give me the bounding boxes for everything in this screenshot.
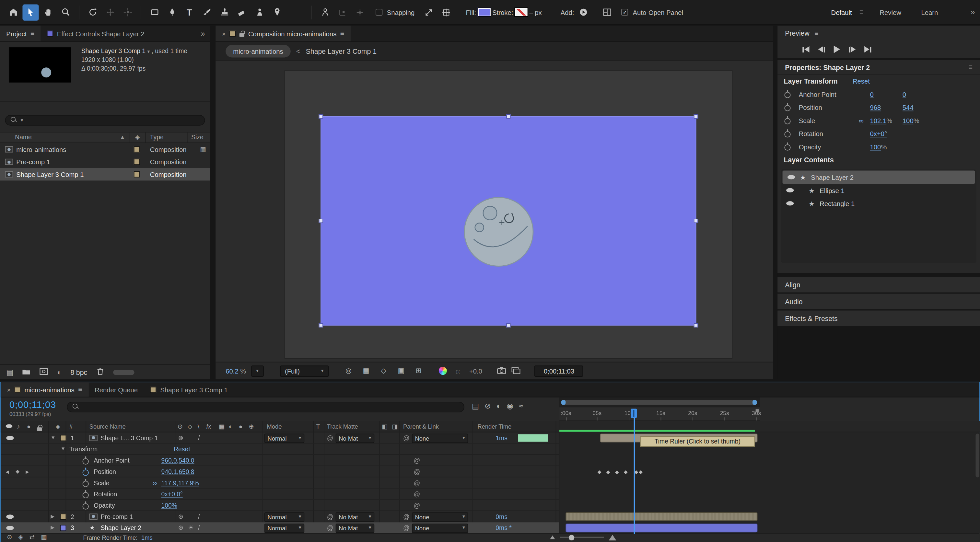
- col-size[interactable]: Size: [191, 134, 204, 141]
- col-render-time[interactable]: Render Time: [477, 423, 511, 430]
- tracks-scrollbar[interactable]: [975, 434, 979, 477]
- resize-handle[interactable]: [694, 114, 698, 119]
- trash-icon[interactable]: [96, 367, 104, 377]
- current-timecode[interactable]: 0;00;11;03: [10, 399, 56, 410]
- col-number[interactable]: #: [69, 423, 73, 430]
- solo-column-icon[interactable]: ●: [27, 424, 31, 430]
- playhead-handle[interactable]: [631, 408, 637, 418]
- matte-option-b-icon[interactable]: ◨: [392, 424, 398, 430]
- sort-icon[interactable]: ▲: [120, 135, 125, 140]
- track-matte-dropdown[interactable]: No Mat ▾: [336, 433, 375, 443]
- tab-overflow-icon[interactable]: »: [201, 30, 205, 37]
- blend-mode-dropdown[interactable]: Normal ▾: [264, 512, 304, 521]
- layer-row-3[interactable]: ▶ 3 ★ Shape Layer 2 ⊛ ☀ / Normal ▾ @ No …: [1, 522, 559, 534]
- twirl-icon[interactable]: ▼: [51, 435, 56, 440]
- keyframe-icon[interactable]: ◆: [598, 469, 601, 475]
- work-area-end-marker[interactable]: [756, 409, 759, 412]
- layer-color-swatch[interactable]: [60, 525, 66, 531]
- col-name[interactable]: Name: [15, 134, 32, 141]
- add-keyframe-icon[interactable]: ◆: [16, 469, 19, 474]
- shy-switch-icon[interactable]: ⊙: [178, 424, 183, 430]
- effects-presets-panel-header[interactable]: Effects & Presets: [778, 310, 980, 326]
- scale-y-value[interactable]: 100: [902, 117, 913, 124]
- timeline-search-input[interactable]: [67, 402, 465, 412]
- position-row[interactable]: ◀ ◆ ▶ Position 940.1,650.8 @: [1, 466, 559, 477]
- frame-blend-switch-icon[interactable]: ▦: [219, 424, 224, 430]
- scale-x-value[interactable]: 102.1: [870, 117, 887, 124]
- rotation-value[interactable]: 0x+0.0°: [161, 491, 183, 497]
- matte-pickwhip-icon[interactable]: @: [327, 513, 334, 520]
- twirl-icon[interactable]: ▼: [60, 447, 65, 451]
- parent-pickwhip-icon[interactable]: @: [403, 524, 410, 531]
- breadcrumb-parent[interactable]: micro-animations: [226, 45, 290, 57]
- stopwatch-icon[interactable]: [784, 116, 791, 124]
- item-dropdown-icon[interactable]: ▾: [147, 49, 150, 54]
- preview-timecode[interactable]: 0;00;11;03: [535, 365, 583, 377]
- composition-viewport[interactable]: [215, 60, 773, 362]
- shy-layers-icon[interactable]: ⊘: [485, 402, 491, 410]
- region-of-interest-icon[interactable]: ▣: [395, 365, 407, 377]
- visibility-eye-icon[interactable]: [788, 175, 795, 180]
- rotation-value[interactable]: 0x+0°: [870, 130, 887, 137]
- workspace-person-icon[interactable]: [317, 4, 333, 21]
- stroke-width[interactable]: – px: [529, 8, 541, 16]
- project-row-shape-layer-3-comp-1[interactable]: Shape Layer 3 Comp 1 Composition: [0, 168, 210, 181]
- workspace-review[interactable]: Review: [876, 8, 905, 16]
- stroke-label[interactable]: Stroke:: [492, 8, 513, 16]
- collapse-switch-icon[interactable]: ◇: [188, 424, 192, 430]
- scale-row[interactable]: Scale ∞ 117.9,117.9% @: [1, 477, 559, 488]
- position-x-value[interactable]: 968: [870, 103, 881, 111]
- resize-handle[interactable]: [694, 323, 698, 327]
- composition-mini-flowchart-icon[interactable]: ▤: [472, 402, 479, 410]
- label-swatch[interactable]: [134, 171, 140, 177]
- col-mode[interactable]: Mode: [267, 423, 282, 430]
- anchor-x-value[interactable]: 0: [870, 91, 874, 98]
- layer-name[interactable]: Shape L... 3 Comp 1: [100, 434, 158, 441]
- status-icon-3[interactable]: ⇄: [30, 534, 35, 540]
- col-track-matte[interactable]: Track Matte: [327, 423, 358, 430]
- resize-handle[interactable]: [319, 114, 323, 119]
- col-t[interactable]: T: [316, 423, 320, 430]
- playhead-line[interactable]: [634, 410, 635, 534]
- keyframe-icon[interactable]: ◆: [634, 469, 638, 475]
- audio-column-icon[interactable]: ♪: [17, 424, 20, 430]
- collapse-switch[interactable]: ⊛: [178, 525, 183, 531]
- link-scale-icon[interactable]: ∞: [859, 117, 870, 124]
- navigator-end-handle[interactable]: [752, 400, 757, 405]
- navigator-bar[interactable]: [561, 400, 757, 405]
- new-composition-icon[interactable]: [40, 368, 48, 377]
- view-options-icon[interactable]: ◎: [342, 365, 355, 377]
- status-icon-2[interactable]: ◈: [19, 534, 23, 540]
- close-icon[interactable]: ×: [7, 386, 11, 393]
- opacity-value[interactable]: 100%: [161, 502, 177, 509]
- zoom-slider-knob[interactable]: [569, 534, 574, 540]
- rasterize-switch[interactable]: /: [198, 513, 200, 519]
- matte-option-a-icon[interactable]: ◧: [382, 424, 388, 430]
- panel-menu-icon[interactable]: ≡: [78, 386, 82, 393]
- snap-expand-icon[interactable]: [421, 4, 437, 21]
- resize-handle[interactable]: [506, 323, 511, 327]
- status-icon-1[interactable]: ⊙: [7, 534, 12, 540]
- motion-blur-switch-icon[interactable]: ◐: [229, 424, 233, 430]
- layer-bar-shape-layer-2[interactable]: [565, 523, 757, 532]
- add-play-icon[interactable]: [575, 4, 592, 21]
- rotation-tool[interactable]: [84, 4, 100, 21]
- lock-column-icon[interactable]: [37, 427, 42, 431]
- rasterize-switch-icon[interactable]: \: [197, 424, 199, 430]
- transform-reset-button[interactable]: Reset: [853, 78, 870, 85]
- zoom-value[interactable]: 60.2: [226, 367, 238, 375]
- stopwatch-icon[interactable]: [784, 103, 791, 111]
- parent-pickwhip-icon[interactable]: @: [403, 434, 410, 441]
- layer-color-swatch[interactable]: [60, 513, 66, 519]
- transform-reset-button[interactable]: Reset: [174, 445, 190, 452]
- show-snapshot-icon[interactable]: [511, 366, 521, 375]
- content-name[interactable]: Ellipse 1: [819, 187, 845, 194]
- next-keyframe-icon[interactable]: ▶: [25, 469, 29, 474]
- tab-timeline-micro-animations[interactable]: × micro-animations ≡: [1, 382, 89, 397]
- layer-name[interactable]: Pre-comp 1: [100, 513, 133, 520]
- keyframe-icon[interactable]: ◆: [624, 469, 628, 475]
- visibility-eye-icon[interactable]: [6, 436, 14, 440]
- keyframe-icon[interactable]: ◆: [615, 469, 619, 475]
- layer-bar-pre-comp-1[interactable]: [565, 512, 757, 521]
- item-name[interactable]: Shape Layer 3 Comp 1: [16, 170, 84, 178]
